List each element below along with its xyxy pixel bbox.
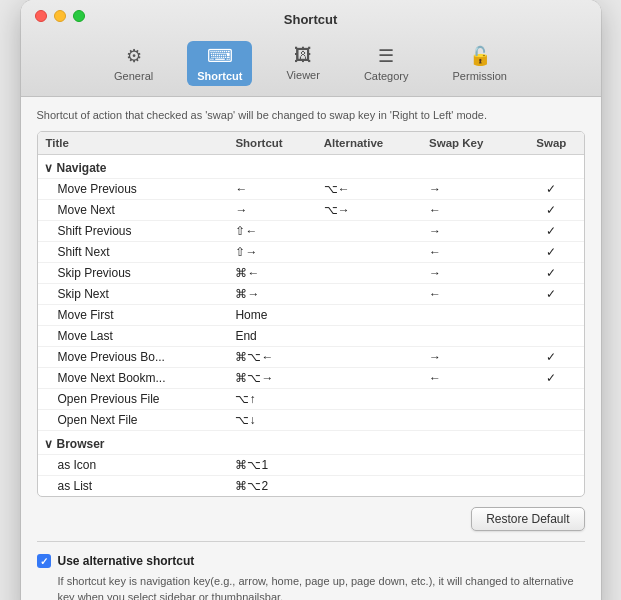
cell-swap [519,326,583,347]
table-row: Open Next File⌥↓ [38,410,584,431]
alt-shortcut-checkbox-row: Use alternative shortcut [37,554,585,568]
title-bar: Shortcut ⚙ General ⌨ Shortcut 🖼 Viewer ☰… [21,0,601,97]
cell-shortcut: ⌘← [227,263,315,284]
minimize-button[interactable] [54,10,66,22]
cell-alternative [316,389,421,410]
cell-title: Shift Previous [38,221,228,242]
toolbar-label-viewer: Viewer [286,69,319,81]
cell-title: Open Previous File [38,389,228,410]
cell-swap-key [421,410,519,431]
general-icon: ⚙ [126,45,142,67]
col-swap: Swap [519,132,583,155]
cell-shortcut: ⌥↓ [227,410,315,431]
toolbar-label-general: General [114,70,153,82]
cell-shortcut: ⌥↑ [227,389,315,410]
cell-shortcut: End [227,326,315,347]
cell-shortcut: ⌘⌥→ [227,368,315,389]
cell-title: Move Next [38,200,228,221]
table-row: Move Previous Bo...⌘⌥←→✓ [38,347,584,368]
toolbar-item-general[interactable]: ⚙ General [104,41,163,86]
cell-swap-key: ← [421,200,519,221]
toolbar: ⚙ General ⌨ Shortcut 🖼 Viewer ☰ Category… [104,35,517,96]
cell-shortcut: ⌘⌥2 [227,476,315,497]
alt-shortcut-label: Use alternative shortcut [58,554,195,568]
table-row: Open Previous File⌥↑ [38,389,584,410]
cell-shortcut: ⇧← [227,221,315,242]
cell-swap-key [421,476,519,497]
cell-shortcut: Home [227,305,315,326]
alt-shortcut-checkbox[interactable] [37,554,51,568]
shortcuts-table-container: Title Shortcut Alternative Swap Key Swap… [37,131,585,497]
toolbar-label-permission: Permission [453,70,507,82]
toolbar-item-viewer[interactable]: 🖼 Viewer [276,41,329,86]
cell-title: Move Previous Bo... [38,347,228,368]
cell-title: Move Next Bookm... [38,368,228,389]
alt-shortcut-section: Use alternative shortcut If shortcut key… [37,541,585,600]
content-area: Shortcut of action that checked as 'swap… [21,97,601,600]
toolbar-label-category: Category [364,70,409,82]
toolbar-item-category[interactable]: ☰ Category [354,41,419,86]
cell-swap [519,455,583,476]
main-window: Shortcut ⚙ General ⌨ Shortcut 🖼 Viewer ☰… [21,0,601,600]
cell-swap-key: → [421,221,519,242]
col-swap-key: Swap Key [421,132,519,155]
cell-swap [519,410,583,431]
cell-shortcut: ⌘⌥← [227,347,315,368]
cell-swap: ✓ [519,221,583,242]
cell-swap: ✓ [519,263,583,284]
cell-swap: ✓ [519,242,583,263]
cell-title: Move First [38,305,228,326]
table-row: Move LastEnd [38,326,584,347]
toolbar-item-shortcut[interactable]: ⌨ Shortcut [187,41,252,86]
cell-swap: ✓ [519,368,583,389]
cell-title: Move Previous [38,179,228,200]
cell-swap-key [421,326,519,347]
table-row: Shift Next⇧→←✓ [38,242,584,263]
cell-title: Open Next File [38,410,228,431]
zoom-button[interactable] [73,10,85,22]
restore-default-button[interactable]: Restore Default [471,507,584,531]
cell-alternative [316,410,421,431]
group-label: Navigate [57,161,107,175]
cell-shortcut: ⌘⌥1 [227,455,315,476]
col-title: Title [38,132,228,155]
group-row: ∨Browser [38,431,584,455]
cell-title: Skip Next [38,284,228,305]
cell-alternative [316,455,421,476]
alt-shortcut-description: If shortcut key is navigation key(e.g., … [37,574,585,600]
group-label: Browser [57,437,105,451]
cell-title: Move Last [38,326,228,347]
table-body: ∨NavigateMove Previous←⌥←→✓Move Next→⌥→←… [38,155,584,497]
cell-alternative [316,305,421,326]
cell-alternative [316,347,421,368]
cell-swap-key [421,455,519,476]
cell-alternative [316,242,421,263]
group-chevron: ∨ [44,161,53,175]
table-row: Move Next→⌥→←✓ [38,200,584,221]
cell-swap-key: ← [421,242,519,263]
table-row: Move FirstHome [38,305,584,326]
table-row: as Icon⌘⌥1 [38,455,584,476]
close-button[interactable] [35,10,47,22]
permission-icon: 🔓 [469,45,491,67]
cell-alternative [316,221,421,242]
table-row: Skip Previous⌘←→✓ [38,263,584,284]
cell-swap [519,389,583,410]
info-text: Shortcut of action that checked as 'swap… [37,109,585,121]
cell-title: Skip Previous [38,263,228,284]
table-row: Shift Previous⇧←→✓ [38,221,584,242]
cell-alternative [316,284,421,305]
table-row: Move Previous←⌥←→✓ [38,179,584,200]
cell-title: as List [38,476,228,497]
category-icon: ☰ [378,45,394,67]
table-row: Move Next Bookm...⌘⌥→←✓ [38,368,584,389]
cell-alternative [316,368,421,389]
col-alternative: Alternative [316,132,421,155]
cell-swap-key [421,389,519,410]
cell-swap-key: ← [421,368,519,389]
toolbar-item-permission[interactable]: 🔓 Permission [443,41,517,86]
shortcuts-table: Title Shortcut Alternative Swap Key Swap… [38,132,584,496]
cell-swap-key: → [421,263,519,284]
cell-shortcut: ⇧→ [227,242,315,263]
cell-shortcut: ⌘→ [227,284,315,305]
